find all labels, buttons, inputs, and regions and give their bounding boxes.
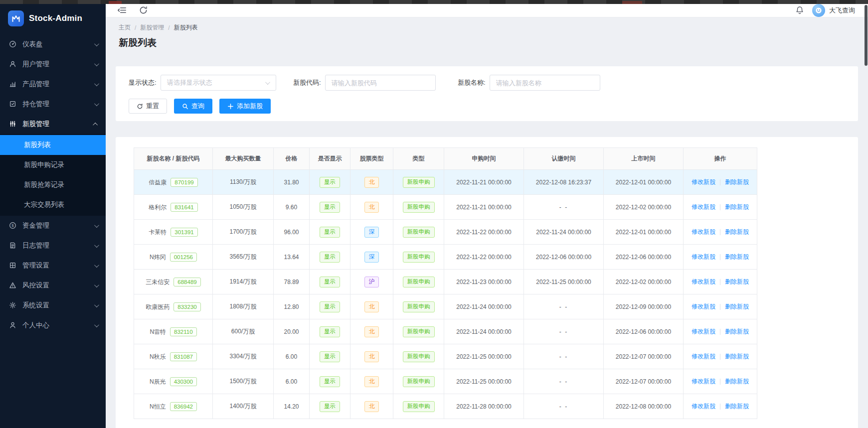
edit-stock-link[interactable]: 修改新股 bbox=[692, 278, 715, 285]
breadcrumb-separator: / bbox=[168, 24, 170, 31]
pay-time-cell: - - bbox=[524, 294, 604, 319]
edit-stock-link[interactable]: 修改新股 bbox=[692, 303, 715, 310]
sidebar-item-admin-settings[interactable]: 管理设置 bbox=[0, 256, 106, 276]
sidebar-item-log-management[interactable]: 日志管理 bbox=[0, 236, 106, 256]
warning-icon bbox=[9, 282, 17, 289]
chevron-down-icon bbox=[94, 322, 99, 327]
sidebar-item-user-management[interactable]: 用户管理 bbox=[0, 54, 106, 74]
notification-bell-icon[interactable] bbox=[795, 5, 804, 15]
collapse-menu-icon[interactable] bbox=[118, 5, 128, 15]
sidebar-item-funds-management[interactable]: $资金管理 bbox=[0, 216, 106, 236]
action-divider bbox=[720, 204, 720, 210]
search-icon bbox=[182, 103, 188, 110]
status-select[interactable]: 请选择显示状态 bbox=[161, 75, 276, 91]
pay-time-cell: - - bbox=[524, 344, 604, 369]
max-buy-cell: 1808/万股 bbox=[213, 294, 274, 319]
add-stock-button[interactable]: 添加新股 bbox=[219, 99, 271, 114]
delete-stock-link[interactable]: 删除新股 bbox=[725, 203, 749, 210]
edit-stock-link[interactable]: 修改新股 bbox=[692, 178, 715, 185]
sidebar-subitem-new-stock-subscribe-records[interactable]: 新股申购记录 bbox=[0, 155, 106, 175]
sidebar-item-risk-settings[interactable]: 风控设置 bbox=[0, 276, 106, 295]
delete-stock-link[interactable]: 删除新股 bbox=[725, 403, 749, 410]
apply-time-cell: 2022-11-21 00:00:00 bbox=[444, 170, 524, 195]
sidebar-item-system-settings[interactable]: 系统设置 bbox=[0, 295, 106, 315]
sidebar-item-label: 风控设置 bbox=[22, 281, 94, 290]
sidebar-item-new-stock-management[interactable]: 新股管理 bbox=[0, 114, 106, 134]
apply-time-cell: 2022-11-24 00:00:00 bbox=[444, 294, 524, 319]
sidebar-item-personal-center[interactable]: 个人中心 bbox=[0, 315, 106, 335]
edit-stock-link[interactable]: 修改新股 bbox=[692, 403, 715, 410]
search-button[interactable]: 查询 bbox=[174, 99, 212, 114]
pay-time-cell: 2022-12-08 16:23:37 bbox=[524, 170, 604, 195]
delete-stock-link[interactable]: 删除新股 bbox=[725, 253, 749, 260]
breadcrumb-parent[interactable]: 新股管理 bbox=[140, 23, 164, 32]
delete-stock-link[interactable]: 删除新股 bbox=[725, 278, 749, 285]
sidebar-subitem-new-stock-grab-records[interactable]: 新股抢筹记录 bbox=[0, 175, 106, 195]
sidebar-item-product-management[interactable]: 产品管理 bbox=[0, 74, 106, 94]
action-divider bbox=[720, 229, 720, 235]
main-area: 大飞查询 主页 / 新股管理 / 新股列表 新股列表 显示状态: 请选择显示状态 bbox=[106, 4, 868, 428]
show-status-badge: 显示 bbox=[320, 277, 340, 287]
stock-name: 三未信安 bbox=[146, 279, 170, 285]
chevron-down-icon bbox=[94, 243, 99, 248]
market-badge: 沪 bbox=[364, 277, 379, 287]
add-stock-button-label: 添加新股 bbox=[237, 102, 263, 111]
edit-stock-link[interactable]: 修改新股 bbox=[692, 328, 715, 335]
app-logo-icon bbox=[8, 10, 24, 26]
plus-icon bbox=[227, 103, 234, 110]
edit-stock-link[interactable]: 修改新股 bbox=[692, 228, 715, 235]
edit-stock-link[interactable]: 修改新股 bbox=[692, 378, 715, 385]
market-badge: 北 bbox=[364, 301, 379, 312]
sidebar-item-position-management[interactable]: 持仓管理 bbox=[0, 94, 106, 114]
scrollbar-thumb[interactable] bbox=[865, 5, 868, 66]
chevron-down-icon bbox=[94, 223, 99, 228]
reset-button[interactable]: 重置 bbox=[129, 99, 167, 114]
column-header: 操作 bbox=[684, 148, 757, 170]
list-time-cell: 2022-12-07 00:00:00 bbox=[604, 344, 684, 369]
price-cell: 31.80 bbox=[274, 170, 310, 195]
delete-stock-link[interactable]: 删除新股 bbox=[725, 228, 749, 235]
actions-cell: 修改新股删除新股 bbox=[684, 394, 757, 419]
delete-stock-link[interactable]: 删除新股 bbox=[725, 328, 749, 335]
chevron-down-icon bbox=[265, 80, 270, 85]
delete-stock-link[interactable]: 删除新股 bbox=[725, 303, 749, 310]
actions-cell: 修改新股删除新股 bbox=[684, 170, 757, 195]
type-cell: 新股申购 bbox=[393, 220, 444, 245]
name-input[interactable] bbox=[490, 75, 600, 91]
market-cell: 北 bbox=[350, 394, 393, 419]
sidebar-item-label: 系统设置 bbox=[22, 301, 94, 310]
market-cell: 沪 bbox=[350, 270, 393, 294]
user-menu[interactable]: 大飞查询 bbox=[812, 4, 855, 17]
sidebar-subitem-block-trade-list[interactable]: 大宗交易列表 bbox=[0, 195, 106, 215]
breadcrumb-home[interactable]: 主页 bbox=[119, 23, 131, 32]
code-input[interactable] bbox=[325, 75, 436, 91]
market-cell: 北 bbox=[350, 319, 393, 344]
edit-stock-link[interactable]: 修改新股 bbox=[692, 253, 715, 260]
column-header: 股票类型 bbox=[350, 148, 393, 170]
actions-cell: 修改新股删除新股 bbox=[684, 319, 757, 344]
market-badge: 北 bbox=[364, 376, 379, 387]
type-cell: 新股申购 bbox=[393, 195, 444, 220]
sidebar-subitem-new-stock-list[interactable]: 新股列表 bbox=[0, 135, 106, 155]
name-code-cell: 三未信安688489 bbox=[134, 270, 213, 294]
reset-icon bbox=[137, 103, 143, 110]
market-cell: 深 bbox=[350, 245, 393, 270]
show-cell: 显示 bbox=[310, 170, 350, 195]
position-icon bbox=[9, 100, 17, 108]
stock-code-badge: 688489 bbox=[174, 278, 200, 286]
sidebar-item-label: 产品管理 bbox=[22, 80, 94, 89]
delete-stock-link[interactable]: 删除新股 bbox=[725, 353, 749, 360]
delete-stock-link[interactable]: 删除新股 bbox=[725, 178, 749, 185]
breadcrumb: 主页 / 新股管理 / 新股列表 bbox=[119, 23, 855, 32]
edit-stock-link[interactable]: 修改新股 bbox=[692, 353, 715, 360]
refresh-icon[interactable] bbox=[139, 5, 149, 15]
table-row: 欧康医药8332301808/万股12.80显示北新股申购2022-11-24 … bbox=[134, 294, 757, 319]
market-cell: 北 bbox=[350, 344, 393, 369]
delete-stock-link[interactable]: 删除新股 bbox=[725, 378, 749, 385]
actions-cell: 修改新股删除新股 bbox=[684, 270, 757, 294]
username: 大飞查询 bbox=[829, 6, 855, 15]
stock-name: N雷特 bbox=[150, 328, 166, 335]
stock-name: N辰光 bbox=[150, 378, 166, 385]
edit-stock-link[interactable]: 修改新股 bbox=[692, 203, 715, 210]
sidebar-item-dashboard[interactable]: 仪表盘 bbox=[0, 34, 106, 54]
